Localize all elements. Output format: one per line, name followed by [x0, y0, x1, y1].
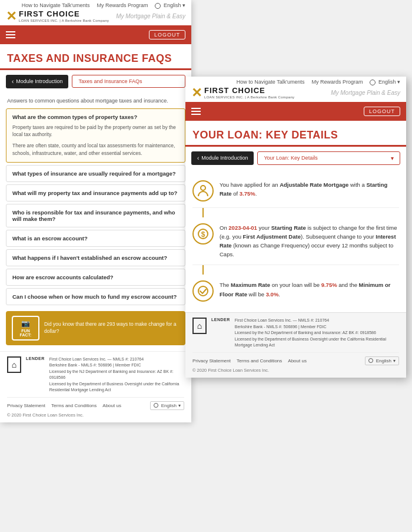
front-current-tab[interactable]: Your Loan: Key Details ▾: [257, 151, 400, 165]
hamburger-line: [6, 37, 15, 38]
faq-item-4[interactable]: Who is responsible for tax and insurance…: [6, 204, 185, 227]
timeline-connector-2: [202, 265, 204, 275]
front-equal-housing-icon: ⌂: [192, 318, 207, 334]
front-language-selector[interactable]: English ▾: [370, 79, 400, 85]
front-lender-row: ⌂ LENDER First Choice Loan Services Inc.…: [192, 318, 399, 349]
front-hamburger-menu[interactable]: [191, 108, 201, 115]
faq-list: What are the common types of property ta…: [0, 108, 191, 305]
front-rewards-nav-link[interactable]: My Rewards Program: [311, 79, 363, 85]
top-nav: How to Navigate Talk'uments My Rewards P…: [6, 2, 185, 10]
faq-question-1: What are the common types of property ta…: [12, 114, 179, 120]
language-selector[interactable]: English ▾: [155, 2, 185, 9]
faq-item-5[interactable]: What is an escrow account?: [6, 230, 185, 247]
logo-subtitle: LOAN SERVICES INC. | A Berkshire Bank Co…: [19, 19, 109, 22]
timeline-text-2: On 2023-04-01 your Starting Rate is subj…: [220, 223, 399, 259]
front-how-to-nav-link[interactable]: How to Navigate Talk'uments: [237, 79, 305, 85]
terms-link[interactable]: Terms and Conditions: [51, 403, 97, 408]
timeline-text-3: The Maximum Rate on your loan will be 9.…: [220, 280, 399, 298]
back-page-footer: ⌂ LENDER First Choice Loan Services Inc.…: [0, 351, 191, 422]
front-language-footer[interactable]: English ▾: [365, 356, 399, 365]
front-module-back-btn[interactable]: ‹ Module Introduction: [191, 151, 254, 165]
front-page-footer: ⌂ LENDER First Choice Loan Services Inc.…: [185, 312, 406, 378]
faq-item-7[interactable]: How are escrow accounts calculated?: [6, 269, 185, 286]
equal-housing-icon: ⌂: [7, 356, 21, 373]
front-logo-text: FIRST CHOICE LOAN SERVICES INC. | A Berk…: [204, 87, 294, 98]
svg-point-0: [201, 186, 205, 190]
faq-question-7: How are escrow accounts calculated?: [12, 274, 179, 280]
back-page-header: How to Navigate Talk'uments My Rewards P…: [0, 0, 191, 25]
globe-icon-footer: [154, 403, 158, 408]
front-about-link[interactable]: About us: [288, 358, 307, 364]
timeline-item-2: $ On 2023-04-01 your Starting Rate is su…: [192, 217, 399, 266]
front-terms-link[interactable]: Terms and Conditions: [237, 358, 282, 364]
faq-question-6: What happens if I haven't established an…: [12, 255, 179, 261]
faq-answer-1a: Property taxes are required to be paid b…: [12, 124, 179, 139]
logo-name: FIRST CHOICE: [19, 10, 109, 18]
front-footer-legal: First Choice Loan Services Inc. — NMLS #…: [235, 318, 399, 349]
front-hamburger-line: [191, 108, 201, 109]
front-globe-icon-footer: [368, 358, 373, 363]
faq-question-4: Who is responsible for tax and insurance…: [12, 209, 179, 222]
front-logo-area: ✕ FIRST CHOICE LOAN SERVICES INC. | A Be…: [191, 87, 400, 100]
timeline-item-3: The Maximum Rate on your loan will be 9.…: [192, 275, 399, 308]
front-top-nav: How to Navigate Talk'uments My Rewards P…: [191, 79, 400, 87]
front-logo-subtitle: LOAN SERVICES INC. | A Berkshire Bank Co…: [204, 95, 294, 99]
faq-question-8: Can I choose when or how much to fund my…: [12, 293, 179, 300]
globe-icon: [155, 3, 161, 9]
footer-links: Privacy Statement Terms and Conditions A…: [7, 397, 184, 410]
logo-text: FIRST CHOICE LOAN SERVICES INC. | A Berk…: [19, 10, 109, 22]
hamburger-menu[interactable]: [6, 31, 15, 38]
footer-link-group: Privacy Statement Terms and Conditions A…: [7, 403, 121, 408]
hamburger-line: [6, 31, 15, 32]
front-logo-left: ✕ FIRST CHOICE LOAN SERVICES INC. | A Be…: [191, 87, 294, 100]
front-module-nav: ‹ Module Introduction Your Loan: Key Det…: [185, 147, 406, 170]
current-tab[interactable]: Taxes and Insurance FAQs: [72, 75, 185, 88]
checkmark-icon: [192, 280, 214, 302]
fun-fact: 📷 FUN FACT: Did you know that there are …: [6, 311, 185, 345]
faq-item-1[interactable]: What are the common types of property ta…: [6, 108, 185, 163]
language-footer[interactable]: English ▾: [150, 401, 184, 410]
hamburger-line: [6, 34, 15, 35]
how-to-nav-link[interactable]: How to Navigate Talk'uments: [22, 2, 90, 8]
front-lender-label: LENDER: [211, 318, 230, 322]
front-page-title-section: YOUR LOAN: KEY DETAILS: [185, 121, 406, 147]
front-footer-link-group: Privacy Statement Terms and Conditions A…: [192, 358, 307, 364]
fun-fact-text: Did you know that there are 293 ways to …: [44, 321, 180, 335]
logo-x-icon: ✕: [6, 10, 16, 23]
faq-question-2: What types of insurance are usually requ…: [12, 170, 179, 177]
footer-legal: First Choice Loan Services Inc. — NMLS #…: [49, 356, 184, 394]
faq-question-5: What is an escrow account?: [12, 235, 179, 242]
front-logo-name: FIRST CHOICE: [204, 87, 294, 95]
front-page-header: How to Navigate Talk'uments My Rewards P…: [185, 77, 406, 102]
front-chevron-left-icon: ‹: [197, 155, 199, 161]
faq-intro: Answers to common questions about mortga…: [0, 93, 191, 106]
front-logo-tagline: My Mortgage Plain & Easy: [331, 90, 400, 96]
front-globe-icon: [370, 80, 376, 85]
rewards-nav-link[interactable]: My Rewards Program: [97, 2, 148, 8]
logo-tagline: My Mortgage Plain & Easy: [116, 13, 185, 19]
timeline-text-1: You have applied for an Adjustable Rate …: [220, 180, 399, 198]
privacy-link[interactable]: Privacy Statement: [7, 403, 45, 408]
page-title-section: TAXES AND INSURANCE FAQS: [0, 44, 191, 70]
faq-item-2[interactable]: What types of insurance are usually requ…: [6, 165, 185, 182]
logout-button[interactable]: LOGOUT: [149, 30, 185, 39]
nav-red-bar: LOGOUT: [0, 25, 191, 44]
footer-copyright: © 2020 First Choice Loan Services Inc.: [7, 410, 184, 418]
faq-item-8[interactable]: Can I choose when or how much to fund my…: [6, 288, 185, 305]
lender-row: ⌂ LENDER First Choice Loan Services Inc.…: [7, 356, 184, 394]
fun-fact-badge: 📷 FUN FACT:: [12, 316, 39, 341]
timeline-connector-1: [202, 208, 204, 217]
dollar-icon: $: [192, 223, 214, 244]
page-title: TAXES AND INSURANCE FAQS: [7, 52, 184, 65]
about-link[interactable]: About us: [102, 403, 121, 408]
front-nav-red-bar: LOGOUT: [185, 102, 406, 121]
front-hamburger-line: [191, 114, 201, 115]
logo-left: ✕ FIRST CHOICE LOAN SERVICES INC. | A Be…: [6, 10, 109, 23]
camera-icon: 📷: [16, 319, 35, 328]
front-privacy-link[interactable]: Privacy Statement: [192, 358, 231, 364]
person-icon: [192, 180, 214, 201]
front-logout-button[interactable]: LOGOUT: [364, 107, 400, 116]
faq-item-3[interactable]: What will my property tax and insurance …: [6, 184, 185, 201]
faq-item-6[interactable]: What happens if I haven't established an…: [6, 249, 185, 266]
module-back-btn[interactable]: ‹ Module Introduction: [6, 75, 68, 88]
